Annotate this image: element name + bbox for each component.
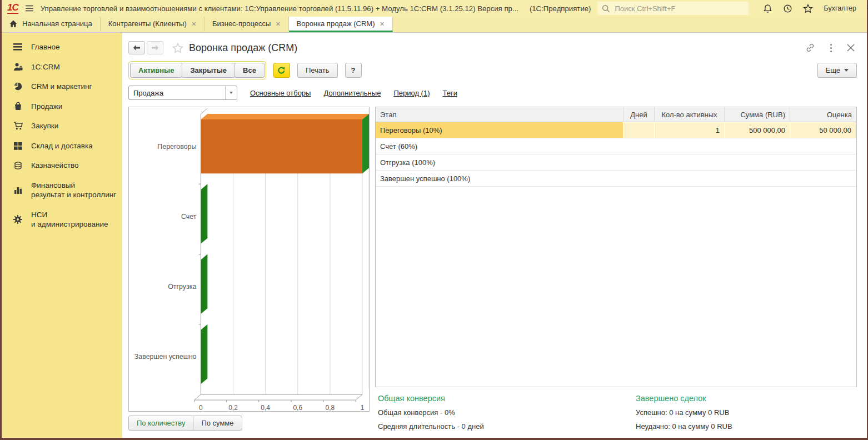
closed-failed-value: Неудачно: 0 на сумму 0 RUB: [636, 422, 857, 431]
column-header-stage[interactable]: Этап: [376, 107, 623, 122]
link-tags-filter[interactable]: Теги: [442, 89, 457, 97]
cell-active-count: [655, 171, 725, 186]
table-row[interactable]: Счет (60%): [376, 138, 856, 154]
column-header-active-count[interactable]: Кол-во активных: [655, 107, 725, 122]
segment-closed-deals[interactable]: Закрытые: [182, 63, 235, 78]
favorites-star-icon[interactable]: [803, 4, 813, 13]
forward-button[interactable]: [147, 41, 163, 54]
sidebar-item-crm-marketing[interactable]: CRM и маркетинг: [2, 77, 122, 97]
sidebar-item-label: НСИ и администрирование: [31, 210, 108, 229]
tab-home[interactable]: Начальная страница: [2, 17, 101, 32]
chart-category-label: Отгрузка: [168, 283, 196, 291]
coins-icon: [13, 162, 23, 170]
history-icon[interactable]: [783, 4, 792, 13]
refresh-icon: [277, 66, 286, 74]
link-additional-filters[interactable]: Дополнительные: [323, 89, 381, 97]
conversion-stats-title: Общая конверсия: [378, 394, 636, 403]
axis-depth-top: [201, 108, 207, 114]
zero-bar-edge: [201, 184, 207, 243]
tab-label: Воронка продаж (CRM): [297, 19, 375, 28]
table-row[interactable]: Отгрузка (100%): [376, 154, 856, 171]
more-button-label: Еще: [826, 66, 840, 74]
sidebar-item-warehouse[interactable]: Склад и доставка: [2, 136, 122, 156]
grid-icon: [13, 142, 23, 150]
link-period-filter[interactable]: Период (1): [393, 89, 430, 97]
close-tab-icon[interactable]: ×: [380, 20, 384, 28]
bar-top-face: [201, 114, 369, 119]
combo-arrow-button[interactable]: [225, 86, 237, 99]
cell-stage: Завершен успешно (100%): [376, 171, 623, 186]
cell-sum: [725, 138, 790, 154]
close-form-icon[interactable]: [847, 44, 855, 52]
sidebar-item-financial-result[interactable]: Финансовый результат и контроллинг: [2, 176, 122, 205]
floor-left-edge: [194, 394, 201, 400]
sidebar-item-label: Закупки: [31, 121, 58, 131]
current-user-label[interactable]: Бухгалтер: [824, 4, 856, 12]
sidebar-item-sales[interactable]: Продажи: [2, 97, 122, 117]
zero-bar-edge: [201, 324, 207, 384]
cell-estimate: [790, 154, 856, 170]
chart-category-label: Завершен успешно: [134, 353, 197, 361]
get-link-icon[interactable]: [805, 43, 815, 53]
funnel-bar-chart: ПереговорыСчетОтгрузкаЗавершен успешно00…: [129, 107, 369, 411]
tab-counterparties[interactable]: Контрагенты (Клиенты) ×: [101, 17, 204, 32]
cell-days: [623, 154, 655, 170]
sidebar-item-purchases[interactable]: Закупки: [2, 116, 122, 136]
cart-icon: [13, 122, 23, 130]
page-title: Воронка продаж (CRM): [189, 42, 297, 54]
table-empty-area: [376, 187, 856, 387]
more-button[interactable]: Еще: [817, 63, 857, 78]
funnel-chart-panel: ПереговорыСчетОтгрузкаЗавершен успешно00…: [128, 107, 370, 412]
stages-table: Этап Дней Кол-во активных Сумма (RUB) Оц…: [375, 107, 857, 387]
close-tab-icon[interactable]: ×: [276, 20, 280, 28]
column-header-sum[interactable]: Сумма (RUB): [725, 107, 790, 122]
cell-sum: [725, 171, 790, 186]
segment-all-deals[interactable]: Все: [235, 63, 265, 78]
table-row[interactable]: Завершен успешно (100%): [376, 171, 856, 187]
link-main-filters[interactable]: Основные отборы: [250, 89, 311, 97]
chevron-down-icon: [230, 92, 233, 94]
sidebar-item-main[interactable]: Главное: [2, 37, 122, 57]
bar-side-face: [362, 114, 369, 173]
x-tick-label: 0,8: [326, 404, 335, 411]
column-header-estimate[interactable]: Оценка: [790, 107, 856, 122]
column-header-days[interactable]: Дней: [623, 107, 655, 122]
summary-stats: Общая конверсия Общая конверсия - 0% Сре…: [375, 394, 857, 436]
sidebar-item-treasury[interactable]: Казначейство: [2, 156, 122, 176]
refresh-button[interactable]: [273, 63, 290, 78]
sidebar-item-label: Склад и доставка: [31, 141, 93, 151]
close-tab-icon[interactable]: ×: [192, 20, 196, 28]
funnel-kind-value: Продажа: [129, 86, 225, 99]
print-button[interactable]: Печать: [297, 63, 338, 78]
window-title: Управление торговлей и взаимоотношениями…: [41, 4, 518, 13]
header-right-icons: [805, 43, 857, 53]
bar-front-face: [201, 119, 362, 173]
sidebar-item-administration[interactable]: НСИ и администрирование: [2, 205, 122, 234]
funnel-kind-select[interactable]: Продажа: [128, 86, 237, 100]
cell-sum: [725, 154, 790, 170]
sidebar-item-label: Казначейство: [31, 161, 79, 171]
cell-stage: Счет (60%): [376, 138, 623, 154]
chart-mode-toggle: По количеству По сумме: [128, 416, 370, 431]
sidebar-item-1c-crm[interactable]: 1С:CRM: [2, 57, 122, 77]
toggle-by-count-button[interactable]: По количеству: [128, 416, 193, 431]
kebab-menu-icon[interactable]: [830, 44, 832, 52]
cell-estimate: [790, 138, 856, 154]
segment-active-deals[interactable]: Активные: [130, 63, 182, 78]
toggle-by-sum-button[interactable]: По сумме: [193, 416, 242, 431]
chart-category-label: Переговоры: [157, 143, 196, 151]
cell-estimate: 50 000,00: [790, 122, 856, 138]
chart-pane: ПереговорыСчетОтгрузкаЗавершен успешно00…: [128, 107, 370, 431]
main-menu-icon[interactable]: [25, 4, 34, 12]
titlebar-icons: Бухгалтер: [763, 4, 868, 13]
back-button[interactable]: [128, 41, 145, 54]
table-row[interactable]: Переговоры (10%) 1 500 000,00 50 000,00: [376, 122, 856, 138]
help-button[interactable]: ?: [345, 63, 362, 78]
search-input[interactable]: [613, 4, 744, 13]
add-favorite-star-icon[interactable]: [172, 43, 183, 53]
notifications-bell-icon[interactable]: [763, 4, 772, 13]
tab-business-processes[interactable]: Бизнес-процессы ×: [204, 17, 289, 32]
chart-category-label: Счет: [181, 213, 197, 221]
tab-sales-funnel[interactable]: Воронка продаж (CRM) ×: [289, 17, 393, 32]
global-search[interactable]: [597, 2, 749, 15]
